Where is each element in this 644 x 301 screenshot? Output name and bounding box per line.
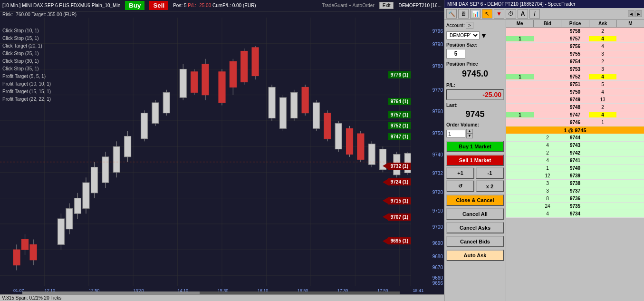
table-row[interactable]: 24 9735	[506, 203, 644, 210]
text-a-icon[interactable]: A	[518, 9, 528, 19]
svg-rect-40	[125, 136, 131, 156]
ob-cell-price[interactable]: 9735	[561, 204, 589, 209]
table-row[interactable]: 9754 2	[506, 58, 644, 66]
ob-header-ask: Ask	[589, 20, 617, 27]
order-book-body[interactable]: 9758 2 1 9757 4 9756	[506, 28, 644, 301]
account-arrow-icon[interactable]: ▼	[481, 32, 487, 39]
table-row[interactable]: 8 9736	[506, 195, 644, 203]
scroll-right[interactable]: ►	[635, 10, 642, 17]
sell-button[interactable]: Sell	[149, 1, 168, 10]
minus1-button[interactable]: -1	[476, 167, 504, 179]
cursor-icon[interactable]: ↖	[482, 9, 492, 19]
table-row[interactable]: 1 9747 4	[506, 111, 644, 119]
table-row[interactable]: 1 9757 4	[506, 35, 644, 43]
table-row[interactable]: 9749 13	[506, 96, 644, 104]
ob-cell-ask: 5	[589, 82, 616, 87]
table-row[interactable]: 9748 2	[506, 104, 644, 111]
ob-cell-price[interactable]: 9757	[561, 36, 589, 41]
account-expand-button[interactable]: >	[466, 22, 473, 29]
ob-cell-price[interactable]: 9747	[561, 112, 589, 117]
ob-cell-price[interactable]: 9744	[561, 135, 589, 140]
volume-spin-up[interactable]: ▲	[466, 129, 473, 134]
position-size-row: 5	[446, 49, 504, 58]
table-row[interactable]: 9746 1	[506, 119, 644, 126]
order-book-header: Me Bid Price Ask M	[506, 20, 644, 28]
table-row[interactable]: 3 9737	[506, 187, 644, 195]
svg-rect-24	[30, 244, 37, 260]
ob-cell-price[interactable]: 9734	[561, 211, 589, 216]
exit-button[interactable]: Exit	[379, 2, 394, 9]
table-row[interactable]: 4 9741	[506, 157, 644, 165]
ob-cell-price[interactable]: 9740	[561, 165, 589, 171]
scroll-left[interactable]: ◄	[628, 10, 634, 17]
cancel-all-button[interactable]: Cancel All	[446, 208, 504, 220]
table-row[interactable]: 9751 5	[506, 81, 644, 88]
table-row[interactable]: 9755 3	[506, 50, 644, 58]
account-dropdown[interactable]: DEMOFPT21	[446, 31, 480, 39]
ob-cell-price[interactable]: 9741	[561, 158, 589, 163]
ob-cell-ask: 13	[589, 97, 616, 102]
sell-market-button[interactable]: Sell 1 Market	[446, 155, 504, 166]
order-volume-input[interactable]	[446, 130, 465, 137]
table-row[interactable]: 1 9752 4	[506, 73, 644, 81]
screen-icon[interactable]: 🖥	[458, 9, 469, 19]
table-row[interactable]: 4 9743	[506, 142, 644, 149]
close-cancel-button[interactable]: Close & Cancel	[446, 194, 504, 206]
ob-cell-bid: 3	[534, 181, 561, 186]
ob-cell-price[interactable]: 9743	[561, 143, 589, 148]
auto-ask-button[interactable]: Auto Ask	[446, 250, 504, 261]
table-row[interactable]: 4 9734	[506, 210, 644, 218]
svg-rect-28	[66, 208, 73, 229]
hammer-icon[interactable]: 🔨	[446, 9, 457, 19]
table-row[interactable]: 9758 2	[506, 28, 644, 35]
ob-cell-price[interactable]: 9746	[561, 120, 589, 125]
x2-button[interactable]: x 2	[476, 180, 504, 192]
buy-button[interactable]: Buy	[125, 1, 144, 10]
price-marker-9747: 9747 (1)	[388, 133, 411, 140]
scroll-arrows: ◄ ►	[628, 10, 642, 17]
chart-icon[interactable]: 📊	[470, 9, 481, 19]
svg-rect-54	[219, 72, 225, 103]
ob-cell-price[interactable]: 9758	[561, 29, 589, 34]
ob-cell-price[interactable]: 9737	[561, 188, 589, 194]
refresh-button[interactable]: ↺	[446, 180, 474, 192]
volume-spin-down[interactable]: ▼	[466, 134, 473, 138]
ob-cell-me: 1	[506, 36, 534, 41]
table-row[interactable]: 3 9738	[506, 180, 644, 187]
arrow-down-icon[interactable]: ▼	[494, 9, 504, 19]
ob-cell-price[interactable]: 9736	[561, 196, 589, 201]
plus1-button[interactable]: +1	[446, 167, 474, 179]
clock-icon[interactable]: ⏱	[506, 9, 516, 19]
table-row[interactable]: 9750 4	[506, 88, 644, 96]
ob-cell-price[interactable]: 9752	[561, 74, 589, 79]
ob-header-m: M	[617, 20, 644, 27]
table-row[interactable]: 2 9744	[506, 134, 644, 142]
ob-cell-price[interactable]: 9749	[561, 97, 589, 102]
ob-cell-price[interactable]: 9739	[561, 173, 589, 178]
ob-cell-price[interactable]: 9750	[561, 89, 589, 95]
cancel-bids-button[interactable]: Cancel Bids	[446, 236, 504, 247]
table-row[interactable]: 12 9739	[506, 172, 644, 180]
ob-cell-price[interactable]: 9754	[561, 59, 589, 64]
table-row[interactable]: 1 9740	[506, 165, 644, 172]
ob-cell-price[interactable]: 9742	[561, 150, 589, 155]
chart-body[interactable]: Click Stop (10, 1) Click Stop (15, 1) Cl…	[0, 18, 444, 286]
ob-cell-price[interactable]: 9756	[561, 44, 589, 49]
table-row[interactable]: 9753 3	[506, 66, 644, 73]
cancel-asks-button[interactable]: Cancel Asks	[446, 222, 504, 233]
svg-rect-66	[291, 92, 298, 118]
ob-cell-price[interactable]: 1 @ 9745	[561, 127, 589, 133]
ob-cell-price[interactable]: 9751	[561, 82, 589, 87]
ob-cell-price[interactable]: 9753	[561, 67, 589, 72]
italic-icon[interactable]: I	[529, 9, 540, 19]
price-marker-9776: 9776 (1)	[388, 71, 411, 78]
ob-cell-price[interactable]: 9748	[561, 105, 589, 110]
price-marker-9732: 9732 (1)	[383, 163, 411, 170]
table-row-current-price[interactable]: 1 @ 9745	[506, 126, 644, 134]
ob-cell-price[interactable]: 9755	[561, 51, 589, 57]
table-row[interactable]: 9756 4	[506, 43, 644, 50]
table-row[interactable]: 2 9742	[506, 149, 644, 157]
buy-market-button[interactable]: Buy 1 Market	[446, 141, 504, 152]
ob-cell-price[interactable]: 9738	[561, 181, 589, 186]
svg-rect-20	[13, 250, 20, 265]
